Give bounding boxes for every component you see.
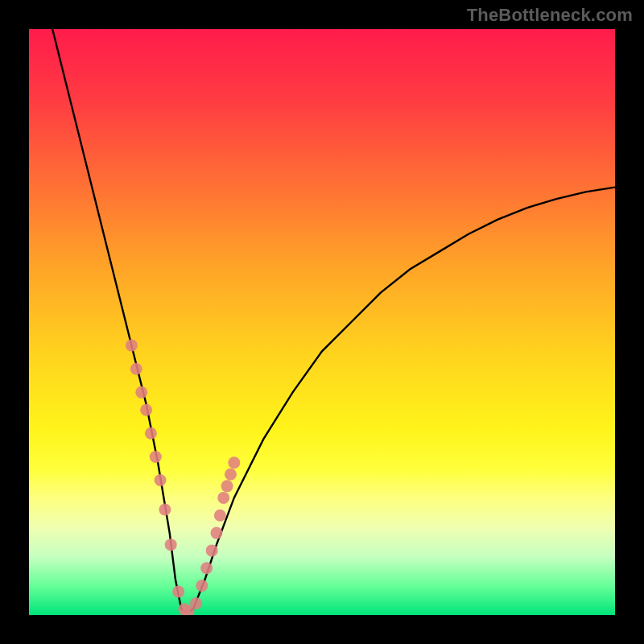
marker-dot [214,510,226,522]
plot-area [29,29,615,615]
chart-svg [29,29,615,615]
marker-dot [225,469,237,481]
marker-cluster-left [126,340,195,615]
marker-dot [165,539,177,551]
watermark-text: TheBottleneck.com [467,5,633,26]
marker-dot [150,451,162,463]
marker-dot [159,503,171,515]
marker-dot [228,456,240,469]
marker-dot [200,562,213,574]
marker-cluster-right [190,456,240,609]
marker-dot [221,480,233,492]
marker-dot [217,492,229,504]
outer-frame: TheBottleneck.com [0,0,644,644]
main-curve [52,29,615,612]
marker-dot [130,363,142,375]
marker-dot [140,404,152,416]
marker-dot [155,474,167,486]
marker-dot [196,580,208,592]
marker-dot [172,585,184,597]
marker-dot [206,544,218,556]
marker-dot [145,427,157,440]
marker-dot [210,527,222,539]
marker-dot [126,340,138,352]
marker-dot [190,597,202,609]
marker-dot [135,386,147,398]
